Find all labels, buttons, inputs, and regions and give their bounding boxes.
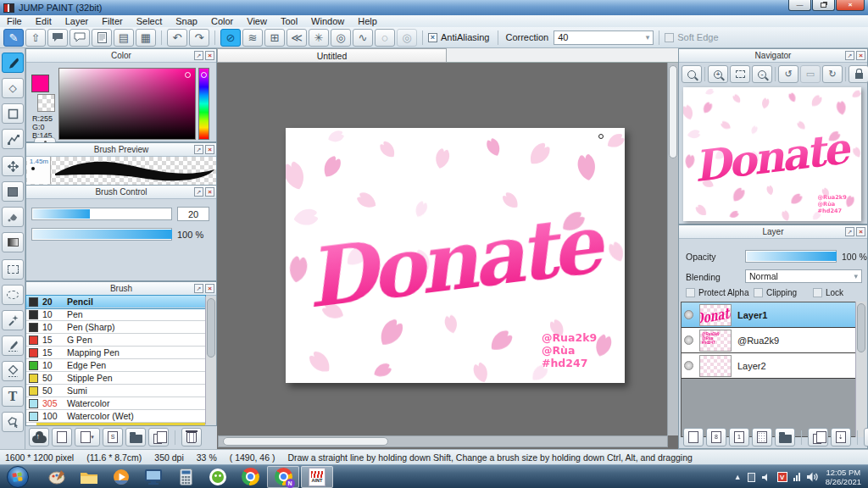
snap-circle-button[interactable]: ◌: [375, 29, 395, 47]
layer-list-scrollbar[interactable]: [855, 302, 866, 437]
material-button[interactable]: ▦: [136, 29, 156, 47]
start-button[interactable]: [7, 466, 29, 488]
redo-button[interactable]: ↷: [189, 29, 209, 47]
taskbar-explorer[interactable]: [73, 466, 105, 488]
brush-list-item[interactable]: 10Edge Pen: [26, 359, 205, 372]
brush-tool[interactable]: [2, 53, 24, 73]
menu-edit[interactable]: Edit: [29, 15, 58, 27]
snap-curve-button[interactable]: ∿: [353, 29, 373, 47]
antialiasing-checkbox[interactable]: ×: [428, 33, 437, 42]
layer-opacity-slider[interactable]: [745, 250, 837, 263]
tab-untitled[interactable]: Untitled: [217, 48, 447, 63]
rotate-ccw-button[interactable]: ↺: [778, 65, 798, 83]
fit-screen-button[interactable]: [730, 65, 750, 83]
lasso-tool[interactable]: [2, 285, 24, 305]
brush-duplicate-button[interactable]: [148, 428, 169, 446]
zoom-button[interactable]: [682, 65, 702, 83]
brush-list-item[interactable]: 100Watercolor (Wet): [26, 410, 205, 423]
rotate-cw-button[interactable]: ↻: [822, 65, 843, 83]
polyline-tool[interactable]: [2, 129, 24, 149]
lock-checkbox[interactable]: Lock: [813, 288, 843, 297]
select-tool[interactable]: [2, 259, 24, 280]
taskbar-clock[interactable]: 12:05 PM 8/26/2021: [826, 468, 861, 486]
blending-dropdown[interactable]: Normal ▾: [745, 269, 862, 283]
taskbar-chrome[interactable]: [234, 466, 266, 488]
delete-layer-button[interactable]: [864, 428, 868, 446]
taskbar-paint[interactable]: [41, 466, 73, 488]
popout-icon[interactable]: ↗: [845, 227, 854, 236]
menu-file[interactable]: File: [0, 15, 29, 27]
close-icon[interactable]: ×: [856, 227, 865, 236]
menu-window[interactable]: Window: [304, 15, 351, 27]
duplicate-layer-button[interactable]: [808, 428, 828, 446]
cloud-service-button[interactable]: ✎: [3, 29, 24, 47]
brush-list-item[interactable]: 50Stipple Pen: [26, 372, 205, 385]
shape-brush-tool[interactable]: [2, 103, 24, 124]
close-icon[interactable]: ×: [205, 187, 214, 197]
brush-list-item[interactable]: 15G Pen: [26, 334, 205, 347]
brush-new-button[interactable]: [52, 428, 72, 446]
minimize-button[interactable]: —: [788, 0, 811, 11]
brush-size-value[interactable]: 20: [177, 207, 209, 221]
bucket-tool[interactable]: [2, 207, 24, 227]
snap-grid-button[interactable]: ⊞: [264, 29, 285, 47]
canvas-vertical-scrollbar[interactable]: [667, 63, 678, 435]
close-icon[interactable]: ×: [856, 51, 865, 60]
visibility-toggle[interactable]: [684, 361, 693, 370]
popout-icon[interactable]: ↗: [845, 51, 854, 60]
brush-list-item[interactable]: 15Mapping Pen: [26, 347, 205, 359]
navigator-thumbnail[interactable]: [683, 87, 861, 221]
transparent-color-swatch[interactable]: [37, 94, 55, 112]
taskbar-jump-paint[interactable]: AINT: [301, 466, 333, 488]
layer-folder-button[interactable]: [775, 428, 795, 446]
taskbar-display-settings[interactable]: [137, 466, 170, 488]
clipping-checkbox[interactable]: Clipping: [754, 288, 797, 297]
brush-new-menu-button[interactable]: ▾: [75, 428, 100, 446]
magic-wand-tool[interactable]: [2, 310, 24, 330]
brush-opacity-slider[interactable]: [31, 228, 172, 241]
brush-list-scrollbar[interactable]: [205, 297, 216, 424]
restore-button[interactable]: [812, 0, 835, 11]
publish-button[interactable]: ⇧: [25, 29, 46, 47]
brush-list-item[interactable]: 50Sumi: [26, 385, 205, 397]
menu-color[interactable]: Color: [204, 15, 240, 27]
panel-list-button[interactable]: ▤: [114, 29, 134, 47]
brush-list-item[interactable]: 305Watercolor: [26, 397, 205, 410]
taskbar-media-player[interactable]: [105, 466, 137, 488]
select-eraser-tool[interactable]: [2, 361, 24, 381]
layer-row[interactable]: Layer2: [682, 353, 855, 379]
taskbar-coccoc[interactable]: [202, 466, 234, 488]
action-center-icon[interactable]: [748, 473, 755, 482]
layer-row[interactable]: @Rua2k9@Rùa#hd247 @Rua2k9: [682, 328, 855, 353]
fill-rect-tool[interactable]: [2, 181, 24, 202]
move-tool[interactable]: [2, 156, 24, 176]
protect-alpha-checkbox[interactable]: Protect Alpha: [686, 288, 748, 297]
correction-dropdown[interactable]: 40 ▾: [554, 30, 654, 45]
menu-filter[interactable]: Filter: [95, 15, 129, 27]
document-button[interactable]: [92, 29, 112, 47]
menu-layer[interactable]: Layer: [58, 15, 96, 27]
popout-icon[interactable]: ↗: [194, 284, 203, 293]
new-layer-button[interactable]: [683, 428, 704, 446]
popout-icon[interactable]: ↗: [194, 51, 203, 60]
snap-vanishing-button[interactable]: ≪: [287, 29, 307, 47]
brush-size-slider[interactable]: [31, 208, 172, 220]
snap-parallel-button[interactable]: ≋: [242, 29, 263, 47]
gradient-tool[interactable]: [2, 232, 24, 252]
network-icon[interactable]: [793, 473, 800, 481]
snap-concentric-button[interactable]: ◎: [331, 29, 351, 47]
brush-cloud-button[interactable]: ↑: [29, 428, 49, 446]
comment-button[interactable]: [47, 29, 68, 47]
menu-view[interactable]: View: [240, 15, 274, 27]
halftone-layer-button[interactable]: [752, 428, 772, 446]
speaker-icon[interactable]: [806, 472, 818, 482]
menu-help[interactable]: Help: [351, 15, 384, 27]
foreground-color-swatch[interactable]: [31, 75, 49, 92]
brush-list-item[interactable]: 20Pencil: [26, 296, 205, 308]
layer-row[interactable]: Donate Layer1: [682, 302, 855, 328]
text-tool[interactable]: T: [2, 386, 24, 407]
hue-slider[interactable]: [198, 68, 209, 140]
menu-tool[interactable]: Tool: [274, 15, 304, 27]
snap-radial-button[interactable]: ✳: [309, 29, 329, 47]
new-8bit-layer-button[interactable]: 8: [706, 428, 726, 446]
